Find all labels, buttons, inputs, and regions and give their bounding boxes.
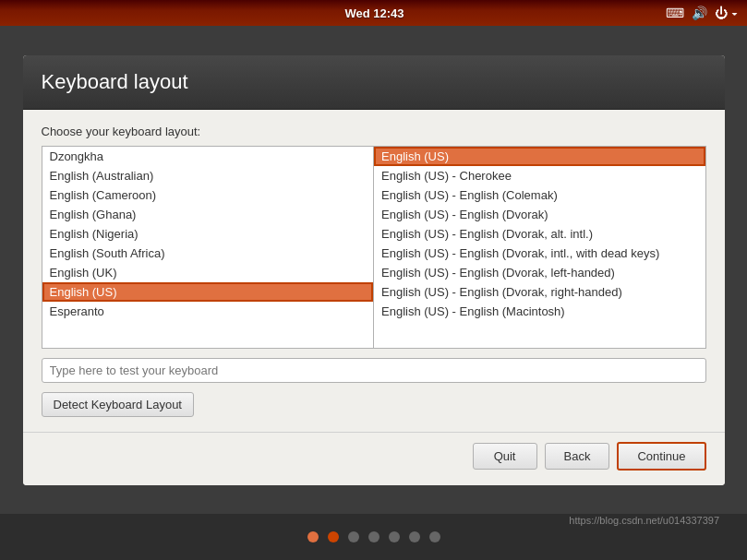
list-item[interactable]: English (Ghana)	[42, 205, 374, 224]
topbar-time: Wed 12:43	[345, 6, 404, 20]
list-item[interactable]: Esperanto	[42, 302, 374, 321]
list-item[interactable]: English (UK)	[42, 263, 374, 282]
right-list-panel[interactable]: English (US) English (US) - Cherokee Eng…	[373, 146, 706, 349]
progress-dot-3	[348, 531, 359, 542]
volume-icon[interactable]: 🔊	[692, 6, 707, 20]
list-item[interactable]: English (Cameroon)	[42, 185, 374, 205]
right-list-item[interactable]: English (US) - English (Dvorak)	[374, 205, 705, 224]
test-input-row	[42, 358, 706, 383]
choose-label: Choose your keyboard layout:	[42, 125, 706, 138]
progress-dot-4	[368, 531, 380, 542]
keyboard-layout-dialog: Keyboard layout Choose your keyboard lay…	[23, 55, 725, 485]
dialog-footer: Quit Back Continue	[23, 432, 725, 485]
dialog-title: Keyboard layout	[42, 70, 706, 94]
list-item[interactable]: English (Australian)	[42, 166, 374, 185]
network-icon[interactable]: ⌨	[666, 6, 684, 20]
dialog-body: Choose your keyboard layout: Dzongkha En…	[23, 110, 725, 432]
topbar: Wed 12:43 ⌨ 🔊 ⏻ ▾	[0, 0, 747, 26]
list-item[interactable]: English (Nigeria)	[42, 224, 374, 244]
progress-dots	[92, 531, 655, 542]
dialog-header: Keyboard layout	[23, 55, 725, 110]
progress-dot-6	[409, 531, 420, 542]
left-list-panel[interactable]: Dzongkha English (Australian) English (C…	[42, 146, 374, 349]
progress-dot-5	[389, 531, 400, 542]
dialog-wrapper: Keyboard layout Choose your keyboard lay…	[0, 26, 747, 514]
right-list-item[interactable]: English (US) - English (Dvorak, left-han…	[374, 263, 705, 282]
watermark: https://blog.csdn.net/u014337397	[569, 515, 719, 526]
detect-keyboard-layout-button[interactable]: Detect Keyboard Layout	[42, 392, 194, 417]
progress-dot-2	[328, 531, 339, 542]
progress-dot-7	[429, 531, 440, 542]
test-keyboard-input[interactable]	[42, 358, 706, 383]
right-list-item[interactable]: English (US) - English (Dvorak, right-ha…	[374, 282, 705, 302]
right-list-item[interactable]: English (US) - Cherokee	[374, 166, 705, 185]
progress-dot-1	[307, 531, 319, 542]
bottombar: https://blog.csdn.net/u014337397	[0, 514, 747, 560]
lists-row: Dzongkha English (Australian) English (C…	[42, 146, 706, 349]
right-list-item-selected[interactable]: English (US)	[374, 147, 705, 166]
back-button[interactable]: Back	[545, 443, 610, 470]
right-list-item[interactable]: English (US) - English (Macintosh)	[374, 302, 705, 321]
list-item[interactable]: English (South Africa)	[42, 244, 374, 263]
right-list-item[interactable]: English (US) - English (Dvorak, alt. int…	[374, 224, 705, 244]
right-list-item[interactable]: English (US) - English (Dvorak, intl., w…	[374, 244, 705, 263]
quit-button[interactable]: Quit	[473, 443, 537, 470]
list-item-selected[interactable]: English (US)	[42, 282, 374, 302]
continue-button[interactable]: Continue	[617, 442, 705, 471]
list-item[interactable]: Dzongkha	[42, 147, 374, 166]
right-list-item[interactable]: English (US) - English (Colemak)	[374, 185, 705, 205]
power-icon[interactable]: ⏻ ▾	[715, 6, 738, 20]
topbar-icons: ⌨ 🔊 ⏻ ▾	[666, 6, 738, 20]
